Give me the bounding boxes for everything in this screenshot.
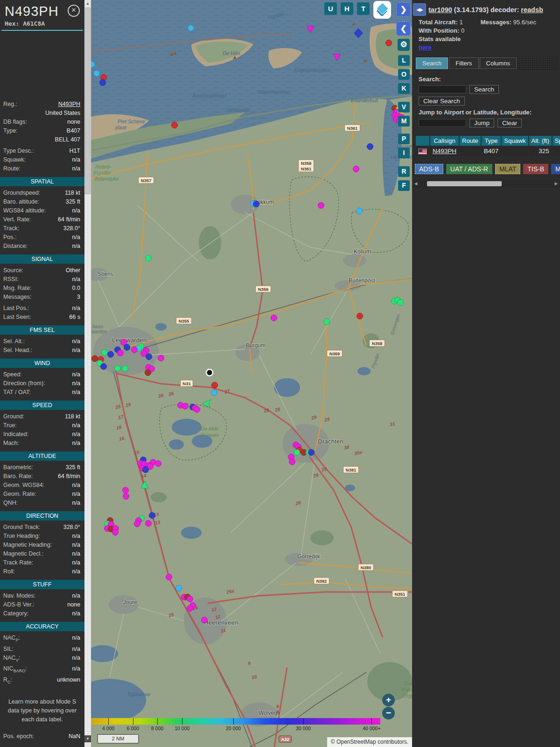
aircraft-dot[interactable] [155, 461, 161, 467]
filter-uat[interactable]: UAT / ADS-R [446, 164, 492, 174]
map-button-f[interactable]: F [398, 180, 410, 191]
aircraft-dot[interactable] [124, 345, 130, 351]
map-button-k[interactable]: K [398, 83, 410, 94]
aircraft-dot[interactable] [158, 355, 164, 361]
jump-input[interactable] [419, 119, 466, 127]
column-header-Spd.[interactable]: Spd. [552, 135, 560, 146]
map-button-m[interactable]: M [398, 116, 410, 127]
map-viewport[interactable]: DokkumKollumBuitenpostStiensLeeuwardenBu… [91, 0, 412, 747]
column-header-flag[interactable] [415, 135, 430, 146]
filter-mlat[interactable]: MLAT [495, 164, 520, 174]
aircraft-dot[interactable] [149, 513, 155, 519]
aircraft-dot[interactable] [145, 370, 151, 376]
scrollbar-thumb[interactable] [85, 7, 91, 194]
aircraft-dot[interactable] [146, 521, 152, 527]
tab-columns[interactable]: Columns [480, 57, 517, 69]
aircraft-dot[interactable] [118, 350, 124, 356]
tar1090-link[interactable]: tar1090 [428, 6, 452, 14]
map-button-h[interactable]: H [341, 2, 353, 15]
here-link[interactable]: here [419, 44, 431, 51]
panel-expand-right-icon[interactable]: ❯ [396, 2, 411, 17]
map-button-o[interactable]: O [398, 69, 410, 80]
panel-collapse-left-icon[interactable]: ❮ [396, 21, 411, 36]
map-button-r[interactable]: R [398, 166, 410, 177]
aircraft-dot[interactable] [143, 467, 149, 473]
selected-aircraft-icon[interactable] [206, 369, 213, 376]
map-button-t[interactable]: T [357, 2, 370, 15]
cell-route[interactable] [459, 146, 481, 156]
aircraft-dot[interactable] [202, 617, 208, 623]
cell-squawk[interactable] [501, 146, 528, 156]
swap-panel-icon[interactable]: ◀▶ [413, 3, 426, 16]
aircraft-dot[interactable] [176, 585, 182, 592]
aircraft-dot[interactable] [212, 382, 218, 388]
map-button-l[interactable]: L [398, 55, 410, 66]
map-button-v[interactable]: V [398, 102, 410, 113]
selected-aircraft-marker[interactable] [205, 368, 214, 377]
cell-spd[interactable] [552, 146, 560, 156]
aircraft-dot[interactable] [122, 366, 128, 372]
column-header-Alt. (ft)[interactable]: Alt. (ft) [529, 135, 552, 146]
cell-alt[interactable]: 325 [529, 146, 552, 156]
aircraft-dot[interactable] [357, 313, 363, 319]
aircraft-dot[interactable] [92, 356, 98, 362]
column-header-Squawk[interactable]: Squawk [501, 135, 528, 146]
aircraft-dot[interactable] [324, 319, 330, 325]
aircraft-dot[interactable] [108, 352, 114, 358]
jump-clear-button[interactable]: Clear [497, 119, 522, 127]
gear-icon[interactable]: ⚙ [398, 39, 410, 51]
scroll-down-icon[interactable]: ▼ [84, 735, 91, 742]
aircraft-dot[interactable] [112, 529, 119, 536]
aircraft-dot[interactable] [211, 390, 217, 396]
aircraft-dot[interactable] [271, 315, 277, 321]
aircraft-dot[interactable] [194, 407, 200, 413]
aircraft-dot[interactable] [100, 80, 106, 86]
hscroll-thumb[interactable] [427, 181, 502, 186]
aircraft-dot[interactable] [253, 201, 259, 207]
aircraft-dot[interactable] [134, 521, 140, 527]
aircraft-dot[interactable] [94, 70, 100, 77]
column-header-Type[interactable]: Type [481, 135, 502, 146]
clear-search-button[interactable]: Clear Search [419, 97, 465, 106]
aircraft-dot[interactable] [353, 166, 359, 172]
aircraft-dot[interactable] [367, 144, 373, 150]
aircraft-dot[interactable] [123, 493, 129, 500]
filter-modes[interactable]: Mode-S [551, 164, 560, 174]
aircraft-dot[interactable] [188, 25, 194, 31]
table-row[interactable]: N493PHB407325 [415, 146, 560, 156]
column-header-Route[interactable]: Route [459, 135, 481, 146]
aircraft-dot[interactable] [166, 574, 172, 580]
aircraft-dot[interactable] [318, 203, 324, 209]
search-input[interactable] [419, 85, 466, 93]
zoom-out-button[interactable]: − [382, 707, 395, 719]
jump-button[interactable]: Jump [469, 119, 494, 127]
filter-tisb[interactable]: TIS-B [523, 164, 548, 174]
zoom-in-button[interactable]: + [382, 694, 395, 706]
map-button-p[interactable]: P [398, 134, 410, 144]
sidebar-scrollbar[interactable]: ▲ ▼ [84, 0, 91, 747]
aircraft-dot[interactable] [115, 366, 121, 372]
column-header-Callsign[interactable]: Callsign [430, 135, 459, 146]
scroll-left-icon[interactable]: ◀ [413, 181, 419, 187]
aircraft-dot[interactable] [146, 354, 152, 360]
aircraft-dot[interactable] [398, 300, 404, 306]
readsb-link[interactable]: readsb [521, 6, 543, 14]
aircraft-dot[interactable] [187, 606, 193, 612]
search-button[interactable]: Search [469, 85, 499, 94]
layers-button[interactable] [373, 1, 391, 19]
cell-type[interactable]: B407 [481, 146, 502, 156]
close-icon[interactable]: ✕ [68, 5, 80, 17]
aircraft-dot[interactable] [132, 347, 138, 353]
map-button-u[interactable]: U [324, 2, 337, 15]
filter-adsb[interactable]: ADS-B [415, 164, 443, 174]
aircraft-dot[interactable] [182, 403, 189, 409]
table-horizontal-scrollbar[interactable]: ◀ ▶ [413, 181, 559, 187]
aircraft-dot[interactable] [101, 364, 107, 370]
map-button-i[interactable]: I [398, 148, 410, 158]
aircraft-dot[interactable] [187, 596, 193, 602]
scroll-right-icon[interactable]: ▶ [553, 181, 559, 187]
aircraft-dot[interactable] [102, 350, 108, 356]
aircraft-dot[interactable] [294, 450, 300, 456]
cell-flag[interactable] [415, 146, 430, 156]
aircraft-dot[interactable] [172, 122, 178, 128]
